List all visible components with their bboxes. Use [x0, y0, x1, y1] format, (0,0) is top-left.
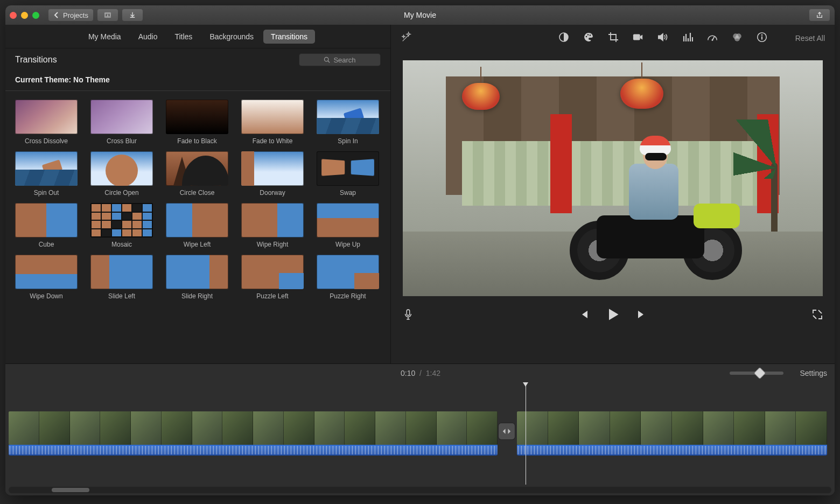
- transition-thumb: [241, 100, 304, 134]
- timeline-settings-button[interactable]: Settings: [800, 369, 827, 377]
- crop-icon[interactable]: [608, 32, 619, 45]
- transition-thumb: [241, 151, 304, 186]
- svg-point-4: [585, 36, 587, 38]
- svg-point-5: [587, 34, 589, 36]
- color-palette-icon[interactable]: [583, 32, 594, 45]
- library-header: Transitions Search: [5, 48, 390, 71]
- timeline[interactable]: [5, 382, 835, 495]
- svg-rect-14: [761, 37, 762, 40]
- clip-1[interactable]: [9, 411, 498, 445]
- transition-thumb: [317, 255, 379, 289]
- transition-item[interactable]: Circle Open: [90, 151, 153, 197]
- transition-label: Slide Right: [166, 292, 228, 300]
- transition-item[interactable]: Cross Blur: [90, 100, 153, 145]
- transition-label: Swap: [317, 189, 379, 197]
- previous-button[interactable]: [578, 309, 589, 322]
- audio-track-2[interactable]: [517, 445, 827, 456]
- transition-label: Puzzle Left: [241, 292, 304, 300]
- transition-item[interactable]: Wipe Left: [166, 203, 228, 248]
- transition-item[interactable]: Wipe Up: [317, 203, 379, 248]
- volume-icon[interactable]: [657, 32, 668, 45]
- tab-my-media[interactable]: My Media: [81, 30, 129, 44]
- transition-label: Cube: [15, 241, 78, 248]
- filters-icon[interactable]: [732, 32, 743, 45]
- upper-pane: My Media Audio Titles Backgrounds Transi…: [5, 25, 835, 364]
- transition-item[interactable]: Slide Right: [166, 255, 228, 300]
- play-button[interactable]: [605, 307, 620, 324]
- clip-2[interactable]: [517, 411, 827, 445]
- minimize-window-button[interactable]: [21, 12, 28, 19]
- tab-titles[interactable]: Titles: [167, 30, 200, 44]
- adjust-icons: Reset All: [558, 32, 825, 45]
- close-window-button[interactable]: [10, 12, 17, 19]
- tab-audio[interactable]: Audio: [131, 30, 165, 44]
- share-button[interactable]: [809, 9, 830, 22]
- library-title: Transitions: [15, 55, 57, 65]
- transition-item[interactable]: Slide Left: [90, 255, 153, 300]
- zoom-slider[interactable]: [730, 372, 783, 375]
- transition-item[interactable]: Doorway: [241, 151, 304, 197]
- voiceover-record-button[interactable]: [403, 309, 414, 322]
- transition-item[interactable]: Circle Close: [166, 151, 228, 197]
- search-placeholder: Search: [333, 56, 355, 64]
- transition-item[interactable]: Puzzle Left: [241, 255, 304, 300]
- transition-label: Circle Open: [90, 189, 153, 197]
- theme-label: Current Theme: No Theme: [5, 71, 390, 91]
- transition-item[interactable]: Fade to White: [241, 100, 304, 145]
- transition-thumb: [317, 100, 379, 134]
- preview-frame[interactable]: [403, 60, 823, 296]
- transition-marker[interactable]: [499, 423, 515, 439]
- timeline-panel: 0:10 / 1:42 Settings: [5, 364, 835, 495]
- transition-item[interactable]: Wipe Right: [241, 203, 304, 248]
- transition-label: Slide Left: [90, 292, 153, 300]
- transition-label: Fade to Black: [166, 137, 228, 145]
- transition-label: Wipe Right: [241, 241, 304, 248]
- info-icon[interactable]: [757, 32, 767, 45]
- transition-thumb: [166, 151, 228, 186]
- transition-thumb: [90, 203, 153, 237]
- transition-item[interactable]: Spin In: [317, 100, 379, 145]
- fullscreen-button[interactable]: [812, 309, 823, 322]
- transition-label: Puzzle Right: [317, 292, 379, 300]
- transition-label: Spin Out: [15, 189, 78, 197]
- back-to-projects-button[interactable]: Projects: [48, 9, 94, 22]
- audio-track-1[interactable]: [9, 445, 498, 456]
- transition-label: Wipe Left: [166, 241, 228, 248]
- svg-point-2: [325, 57, 328, 61]
- transition-thumb: [15, 100, 78, 134]
- transition-item[interactable]: Wipe Down: [15, 255, 78, 300]
- transition-label: Doorway: [241, 189, 304, 197]
- download-button[interactable]: [122, 9, 143, 22]
- library-browser: My Media Audio Titles Backgrounds Transi…: [5, 25, 391, 363]
- reset-all-button[interactable]: Reset All: [795, 34, 825, 43]
- tab-backgrounds[interactable]: Backgrounds: [202, 30, 261, 44]
- transition-label: Cross Dissolve: [15, 137, 78, 145]
- import-media-button[interactable]: [97, 9, 118, 22]
- contrast-icon[interactable]: [558, 32, 569, 45]
- transition-label: Fade to White: [241, 137, 304, 145]
- playhead[interactable]: [526, 382, 526, 485]
- transition-item[interactable]: Mosaic: [90, 203, 153, 248]
- transition-item[interactable]: Fade to Black: [166, 100, 228, 145]
- stabilize-icon[interactable]: [633, 32, 643, 45]
- window-controls: [10, 12, 39, 19]
- timeline-scrollbar[interactable]: [9, 487, 831, 493]
- equalizer-icon[interactable]: [682, 32, 693, 45]
- transition-thumb: [90, 100, 153, 134]
- playback-controls: [578, 307, 647, 324]
- transition-item[interactable]: Puzzle Right: [317, 255, 379, 300]
- search-input[interactable]: Search: [299, 53, 381, 66]
- adjust-toolbar: Reset All: [391, 25, 835, 52]
- tab-transitions[interactable]: Transitions: [263, 30, 315, 44]
- speed-icon[interactable]: [707, 32, 718, 45]
- transition-item[interactable]: Cube: [15, 203, 78, 248]
- wand-icon[interactable]: [401, 31, 412, 45]
- titlebar: Projects My Movie: [5, 5, 835, 25]
- transition-item[interactable]: Swap: [317, 151, 379, 197]
- transition-item[interactable]: Spin Out: [15, 151, 78, 197]
- transition-item[interactable]: Cross Dissolve: [15, 100, 78, 145]
- zoom-window-button[interactable]: [32, 12, 39, 19]
- transition-thumb: [317, 151, 379, 186]
- svg-point-11: [734, 36, 740, 41]
- next-button[interactable]: [636, 309, 647, 322]
